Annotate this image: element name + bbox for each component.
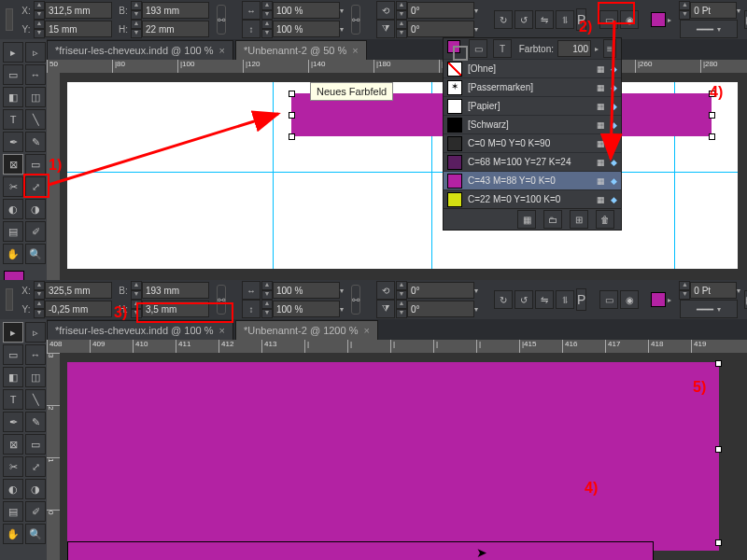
shear-input[interactable] — [407, 21, 474, 37]
scissors-tool[interactable]: ✂ — [3, 456, 23, 477]
y-input[interactable] — [45, 301, 112, 317]
link-scale-icon[interactable]: ⚯ — [351, 285, 360, 315]
selected-rectangle-bottom[interactable] — [67, 541, 654, 560]
swatch-row[interactable]: [Schwarz]▦◆ — [444, 115, 621, 133]
gap-tool[interactable]: ↔ — [25, 344, 46, 365]
stroke-weight-input[interactable] — [690, 2, 737, 19]
swatch-row[interactable]: [Ohne]▦◆ — [444, 59, 621, 77]
hand-tool[interactable]: ✋ — [3, 524, 23, 544]
content-select-icon[interactable]: ◉ — [620, 10, 639, 29]
transform-tool[interactable]: ⤢ — [25, 456, 46, 477]
tint-input[interactable] — [557, 40, 591, 57]
w-input[interactable] — [142, 2, 209, 19]
link-wh-icon[interactable]: ⚯ — [217, 5, 226, 35]
rectangle-frame-tool[interactable]: ⊠ — [3, 434, 23, 455]
scissors-tool[interactable]: ✂ — [3, 176, 23, 197]
swatch-row[interactable]: C=22 M=0 Y=100 K=0▦◆ — [444, 189, 621, 208]
rotate-cw-icon[interactable]: ↻ — [494, 290, 513, 309]
page-tool[interactable]: ▭ — [3, 64, 23, 85]
rotate-ccw-icon[interactable]: ↺ — [514, 290, 533, 309]
reference-point-grid[interactable] — [6, 288, 13, 311]
h-input[interactable] — [142, 21, 209, 37]
rotate-cw-icon[interactable]: ↻ — [494, 10, 513, 29]
fill-stroke-mini-icon[interactable] — [447, 40, 464, 57]
h-input[interactable] — [142, 301, 209, 317]
tint-slider-icon[interactable]: ▸ — [595, 45, 599, 53]
swatch-row[interactable]: C=68 M=100 Y=27 K=24▦◆ — [444, 152, 621, 171]
pencil-tool[interactable]: ✎ — [25, 132, 46, 152]
rectangle-frame-tool[interactable]: ⊠ — [3, 154, 23, 175]
fill-dropdown-icon[interactable]: ▸ — [668, 296, 671, 304]
selected-rectangle-top[interactable] — [67, 362, 719, 551]
close-icon[interactable]: × — [219, 45, 225, 56]
swatch-row[interactable]: ✶[Passermarken]▦◆ — [444, 77, 621, 96]
x-input[interactable] — [45, 282, 112, 299]
selection-tool[interactable]: ▸ — [3, 42, 23, 63]
gradient-feather-tool[interactable]: ◑ — [25, 479, 46, 499]
zoom-tool[interactable]: 🔍 — [25, 244, 46, 264]
stroke-style-dropdown[interactable]: ━━━ ▾ — [680, 300, 738, 318]
doc-tab-2[interactable]: *Unbenannt-2 @ 1200 %× — [235, 320, 378, 340]
gradient-feather-tool[interactable]: ◑ — [25, 199, 46, 219]
x-input[interactable] — [45, 2, 112, 19]
flip-h-icon[interactable]: ⇋ — [535, 10, 554, 29]
w-input[interactable] — [142, 282, 209, 299]
stroke-weight-input[interactable] — [690, 282, 737, 299]
canvas[interactable]: ➤ — [60, 353, 747, 560]
link-wh-icon[interactable]: ⚯ — [217, 285, 226, 315]
type-tool[interactable]: T — [3, 389, 23, 410]
content-tool[interactable]: ◧ — [3, 87, 23, 107]
link-scale-icon[interactable]: ⚯ — [351, 5, 360, 35]
rectangle-tool[interactable]: ▭ — [25, 434, 46, 455]
flip-v-icon[interactable]: ⥮ — [556, 10, 574, 29]
ruler-vertical[interactable]: 3210 — [47, 353, 61, 560]
type-tool[interactable]: T — [3, 109, 23, 130]
flip-v-icon[interactable]: ⥮ — [556, 290, 574, 309]
gap-tool[interactable]: ↔ — [25, 64, 46, 85]
scale-x-input[interactable] — [273, 2, 340, 19]
note-tool[interactable]: ▤ — [3, 501, 23, 522]
doc-tab-1[interactable]: *friseur-les-cheveux.indd @ 100 %× — [47, 320, 233, 340]
line-tool[interactable]: ╲ — [25, 109, 46, 130]
line-tool[interactable]: ╲ — [25, 389, 46, 410]
selection-tool[interactable]: ▸ — [3, 322, 23, 343]
formatting-text-icon[interactable]: T — [493, 39, 512, 58]
gradient-swatch-tool[interactable]: ◐ — [3, 479, 23, 499]
pencil-tool[interactable]: ✎ — [25, 412, 46, 432]
eyedropper-tool[interactable]: ✐ — [25, 501, 46, 522]
formatting-container-icon[interactable]: ▭ — [469, 39, 487, 58]
swatch-row[interactable]: [Papier]▦◆ — [444, 96, 621, 115]
scale-x-input[interactable] — [273, 282, 340, 299]
stroke-style-dropdown[interactable]: ━━━ ▾ — [680, 20, 738, 38]
delete-swatch-icon[interactable]: 🗑 — [596, 210, 614, 229]
direct-selection-tool[interactable]: ▹ — [25, 322, 46, 343]
pen-tool[interactable]: ✒ — [3, 412, 23, 432]
fill-swatch[interactable] — [651, 12, 666, 27]
hand-tool[interactable]: ✋ — [3, 244, 23, 264]
doc-tab-2[interactable]: *Unbenannt-2 @ 50 %× — [235, 40, 367, 60]
rotate-ccw-icon[interactable]: ↺ — [514, 10, 533, 29]
placer-tool[interactable]: ◫ — [25, 367, 46, 387]
page-tool[interactable]: ▭ — [3, 344, 23, 365]
close-icon[interactable]: × — [363, 325, 369, 336]
close-icon[interactable]: × — [352, 45, 358, 56]
ruler-horizontal[interactable]: 50|80|100|120|140|180|200|220|240|260|28… — [47, 60, 747, 74]
fill-swatch[interactable] — [651, 292, 666, 307]
fill-dropdown-icon[interactable]: ▸ — [668, 16, 671, 24]
canvas[interactable] — [60, 73, 747, 280]
scale-y-input[interactable] — [273, 21, 340, 37]
rotate-input[interactable] — [407, 2, 474, 19]
direct-selection-tool[interactable]: ▹ — [25, 42, 46, 63]
note-tool[interactable]: ▤ — [3, 221, 23, 242]
content-tool[interactable]: ◧ — [3, 367, 23, 387]
swatch-row[interactable]: C=0 M=0 Y=0 K=90▦◆ — [444, 133, 621, 152]
placer-tool[interactable]: ◫ — [25, 87, 46, 107]
doc-tab-1[interactable]: *friseur-les-cheveux.indd @ 100 %× — [47, 40, 233, 60]
gradient-swatch-tool[interactable]: ◐ — [3, 199, 23, 219]
transform-tool[interactable]: ⤢ — [25, 176, 46, 197]
ruler-horizontal[interactable]: 408409410411412413||||||415416417418419 — [47, 340, 747, 354]
y-input[interactable] — [45, 21, 112, 37]
container-select-icon[interactable]: ▭ — [599, 290, 618, 309]
container-select-icon[interactable]: ▭ — [599, 10, 618, 29]
close-icon[interactable]: × — [219, 325, 225, 336]
